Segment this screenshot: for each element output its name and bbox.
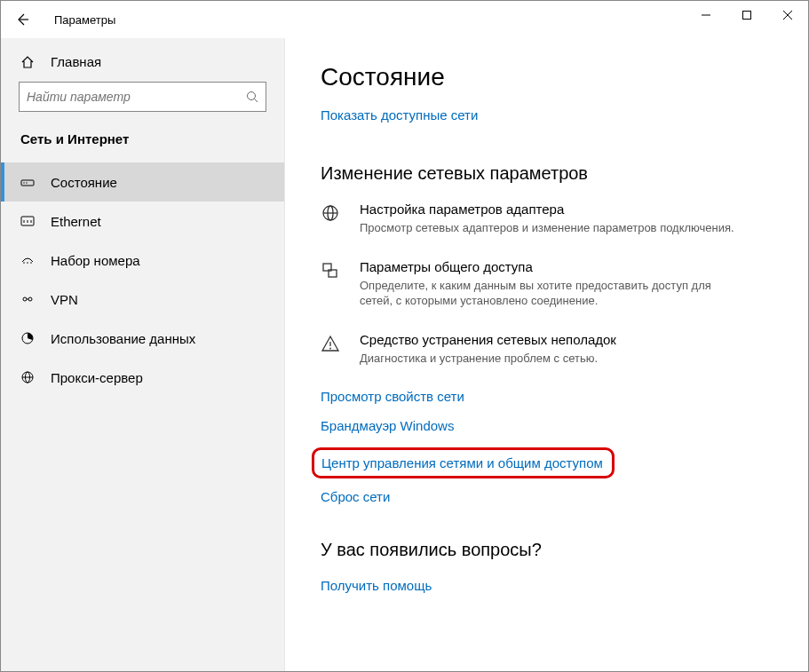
minimize-icon [702,11,710,20]
content-area: Состояние Показать доступные сети Измене… [285,38,808,672]
sidebar-item-label: Набор номера [51,253,140,268]
svg-point-14 [27,262,28,264]
back-button[interactable] [1,1,44,38]
dialup-icon [20,253,38,267]
option-desc: Просмотр сетевых адаптеров и изменение п… [360,220,734,236]
option-adapter[interactable]: Настройка параметров адаптера Просмотр с… [321,202,773,236]
svg-point-8 [26,182,27,183]
link-sharing-center[interactable]: Центр управления сетями и общим доступом [321,455,603,470]
sidebar-item-label: Состояние [51,175,117,190]
svg-point-29 [329,347,331,349]
sidebar-item-vpn[interactable]: VPN [1,280,284,319]
close-button[interactable] [767,1,808,29]
status-icon [20,175,38,189]
warning-icon [321,332,345,367]
page-title: Состояние [321,63,773,91]
sidebar-home-label: Главная [51,54,101,69]
highlight-annotation: Центр управления сетями и общим доступом [312,447,615,478]
option-title: Настройка параметров адаптера [360,202,734,217]
option-troubleshoot[interactable]: Средство устранения сетевых неполадок Ди… [321,332,773,367]
vpn-icon [20,292,38,306]
option-title: Параметры общего доступа [360,259,742,274]
sidebar-category: Сеть и Интернет [1,131,284,162]
minimize-button[interactable] [686,1,726,29]
home-icon [20,55,38,69]
sidebar: Главная Сеть и Интернет Состояние Ethern… [1,38,285,672]
sidebar-home[interactable]: Главная [1,54,284,82]
sidebar-item-datausage[interactable]: Использование данных [1,319,284,358]
svg-rect-1 [743,12,751,20]
maximize-icon [742,11,751,20]
link-view-network-props[interactable]: Просмотр свойств сети [321,389,773,404]
link-network-reset[interactable]: Сброс сети [321,489,773,504]
svg-line-5 [255,99,258,103]
link-get-help[interactable]: Получить помощь [321,578,773,593]
close-icon [783,11,792,20]
sidebar-item-label: VPN [51,292,78,307]
svg-rect-6 [21,180,34,186]
link-firewall[interactable]: Брандмауэр Windows [321,418,773,433]
svg-point-17 [28,297,32,301]
help-heading: У вас появились вопросы? [321,540,773,560]
sidebar-item-ethernet[interactable]: Ethernet [1,202,284,241]
option-desc: Диагностика и устранение проблем с сетью… [360,351,616,367]
svg-point-15 [30,262,32,264]
svg-point-13 [23,262,25,264]
option-title: Средство устранения сетевых неполадок [360,332,616,347]
maximize-button[interactable] [726,1,767,29]
sidebar-item-proxy[interactable]: Прокси-сервер [1,358,284,397]
proxy-icon [20,370,38,384]
search-icon [246,91,258,103]
datausage-icon [20,331,38,345]
window-title: Параметры [44,13,115,27]
svg-point-4 [248,92,256,100]
svg-point-16 [23,297,27,301]
sidebar-item-label: Использование данных [51,331,195,346]
sidebar-item-status[interactable]: Состояние [1,162,284,202]
ethernet-icon [20,214,38,228]
sidebar-item-dialup[interactable]: Набор номера [1,241,284,280]
option-sharing[interactable]: Параметры общего доступа Определите, к к… [321,259,773,309]
svg-point-7 [23,182,24,183]
adapter-icon [321,202,345,236]
sidebar-item-label: Прокси-сервер [51,370,143,385]
option-desc: Определите, к каким данным вы хотите пре… [360,278,742,309]
search-box[interactable] [19,82,266,112]
arrow-left-icon [15,12,29,27]
sidebar-item-label: Ethernet [51,214,101,229]
show-networks-link[interactable]: Показать доступные сети [321,107,478,123]
sharing-icon [321,259,345,309]
change-settings-heading: Изменение сетевых параметров [321,163,773,184]
search-input[interactable] [27,90,246,104]
